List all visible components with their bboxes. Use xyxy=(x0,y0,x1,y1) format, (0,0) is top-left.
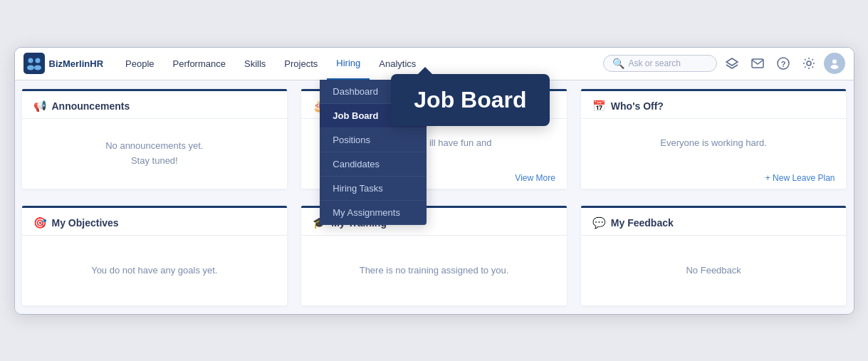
whos-off-icon: 📅 xyxy=(592,100,606,113)
my-feedback-body: No Feedback xyxy=(581,236,847,305)
user-avatar-button[interactable] xyxy=(824,53,845,74)
announcements-icon: 📢 xyxy=(33,100,47,113)
user-avatar-icon xyxy=(829,58,840,69)
nav-item-performance[interactable]: Performance xyxy=(164,47,235,80)
nav-item-skills[interactable]: Skills xyxy=(235,47,275,80)
nav-item-hiring[interactable]: Hiring Dashboard Job Board Positions Can… xyxy=(327,47,370,80)
announcements-body: No announcements yet.Stay tuned! xyxy=(22,119,288,189)
my-objectives-body: You do not have any goals yet. xyxy=(22,236,288,305)
mail-icon xyxy=(751,58,764,68)
dropdown-item-dashboard[interactable]: Dashboard xyxy=(320,80,427,104)
dropdown-item-my-assignments[interactable]: My Assignments xyxy=(320,201,427,225)
layers-button[interactable] xyxy=(721,53,743,74)
my-feedback-section: 💬 My Feedback No Feedback xyxy=(581,206,847,305)
view-more-link[interactable]: View More xyxy=(515,173,555,183)
svg-point-4 xyxy=(34,66,41,70)
search-icon: 🔍 xyxy=(612,58,624,69)
dropdown-item-positions[interactable]: Positions xyxy=(320,128,427,152)
help-icon: ? xyxy=(777,57,790,70)
navbar: BizMerlinHR People Performance Skills Pr… xyxy=(15,48,854,80)
search-box[interactable]: 🔍 Ask or search xyxy=(603,55,717,72)
mail-button[interactable] xyxy=(747,53,768,74)
layers-icon xyxy=(726,57,738,70)
my-training-body: There is no training assigned to you. xyxy=(301,236,567,305)
svg-rect-0 xyxy=(23,53,45,74)
svg-point-9 xyxy=(807,61,811,66)
svg-point-10 xyxy=(832,60,837,64)
svg-text:?: ? xyxy=(780,60,785,68)
logo-text: BizMerlinHR xyxy=(49,58,104,69)
announcements-header: 📢 Announcements xyxy=(22,91,288,119)
settings-button[interactable] xyxy=(798,53,820,74)
settings-icon xyxy=(802,57,815,70)
svg-marker-5 xyxy=(726,58,738,66)
svg-rect-6 xyxy=(752,59,763,68)
logo-icon xyxy=(23,53,45,74)
my-objectives-header: 🎯 My Objectives xyxy=(22,208,288,236)
my-objectives-section: 🎯 My Objectives You do not have any goal… xyxy=(22,206,288,305)
svg-point-2 xyxy=(35,58,40,63)
my-feedback-header: 💬 My Feedback xyxy=(581,208,847,236)
help-button[interactable]: ? xyxy=(773,53,794,74)
dropdown-item-hiring-tasks[interactable]: Hiring Tasks xyxy=(320,177,427,201)
nav-item-analytics[interactable]: Analytics xyxy=(370,47,425,80)
announcements-section: 📢 Announcements No announcements yet.Sta… xyxy=(22,89,288,189)
nav-item-people[interactable]: People xyxy=(116,47,163,80)
new-leave-plan-button[interactable]: + New Leave Plan xyxy=(765,173,835,183)
my-feedback-icon: 💬 xyxy=(592,216,606,229)
dropdown-item-jobboard[interactable]: Job Board xyxy=(320,104,427,128)
whos-off-header: 📅 Who's Off? xyxy=(581,91,847,119)
whos-off-body: Everyone is working hard. xyxy=(581,119,847,167)
my-objectives-icon: 🎯 xyxy=(33,216,47,229)
nav-right: 🔍 Ask or search ? xyxy=(603,53,845,74)
logo-area[interactable]: BizMerlinHR xyxy=(23,53,104,74)
app-window: BizMerlinHR People Performance Skills Pr… xyxy=(14,47,854,315)
main-content: 📢 Announcements No announcements yet.Sta… xyxy=(15,80,854,314)
search-placeholder: Ask or search xyxy=(629,58,681,68)
dropdown-item-candidates[interactable]: Candidates xyxy=(320,152,427,177)
nav-item-projects[interactable]: Projects xyxy=(275,47,327,80)
svg-point-3 xyxy=(27,66,34,70)
hiring-dropdown-menu: Dashboard Job Board Positions Candidates… xyxy=(320,80,427,225)
nav-links: People Performance Skills Projects Hirin… xyxy=(116,47,602,80)
dashboard-grid: 📢 Announcements No announcements yet.Sta… xyxy=(15,80,854,314)
svg-point-1 xyxy=(28,58,33,63)
whos-off-section: 📅 Who's Off? Everyone is working hard. +… xyxy=(581,89,847,189)
svg-point-11 xyxy=(830,65,838,69)
whos-off-footer: + New Leave Plan xyxy=(581,167,847,189)
